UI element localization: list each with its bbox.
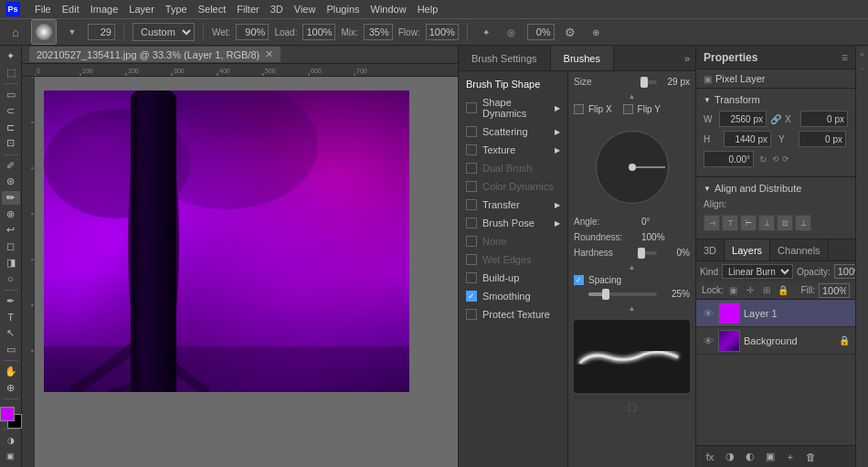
brush-pose-checkbox[interactable] — [466, 218, 477, 228]
menu-window[interactable]: Window — [371, 4, 407, 15]
smoothing-checkbox[interactable]: ✓ — [466, 291, 477, 302]
align-bottom-btn[interactable]: ⊥ — [795, 215, 811, 231]
menu-layer[interactable]: Layer — [129, 4, 154, 15]
menu-edit[interactable]: Edit — [62, 4, 79, 15]
shape-dynamics-item[interactable]: Shape Dynamics ▶ — [459, 93, 567, 122]
hardness-slider-track[interactable] — [641, 251, 657, 255]
spacing-slider-track[interactable] — [588, 292, 657, 296]
type-tool[interactable]: T — [2, 310, 20, 324]
brush-size-icon[interactable]: ▼ — [62, 22, 82, 42]
settings-icon[interactable]: ⚙ — [560, 22, 580, 42]
layer-adjust-btn[interactable]: ◐ — [742, 449, 758, 465]
opacity-input[interactable] — [834, 264, 855, 279]
align-icon[interactable]: ⊕ — [586, 22, 606, 42]
canvas-image-area[interactable]: 33.33% Doc: 10.5M/10.5M ▶ — [35, 77, 458, 467]
brush-tool[interactable]: ✏ — [2, 191, 20, 206]
align-center-h-btn[interactable]: ⊤ — [722, 215, 738, 231]
menu-plugins[interactable]: Plugins — [326, 4, 359, 15]
brush-pose-item[interactable]: Brush Pose ▶ — [459, 214, 567, 232]
menu-3d[interactable]: 3D — [270, 4, 283, 15]
collapse-mid-btn[interactable]: ◦ — [858, 64, 867, 73]
zoom-tool[interactable]: ⊕ — [2, 380, 20, 395]
blend-mode-select[interactable]: Linear Burn — [722, 264, 793, 279]
quick-mask-tool[interactable]: ◑ — [2, 433, 20, 448]
protect-texture-item[interactable]: Protect Texture — [459, 305, 567, 324]
align-right-btn[interactable]: ⊢ — [740, 215, 757, 231]
tab-layers[interactable]: Layers — [725, 239, 770, 260]
menu-select[interactable]: Select — [198, 4, 227, 15]
scattering-checkbox[interactable] — [466, 126, 477, 137]
shape-tool[interactable]: ▭ — [2, 342, 20, 356]
lock-pixel-icon[interactable]: ▣ — [727, 284, 740, 297]
background-visibility[interactable]: 👁 — [702, 334, 715, 347]
x-input[interactable] — [800, 111, 848, 127]
brush-mode-dropdown[interactable]: Custom — [132, 23, 195, 41]
screen-mode-tool[interactable]: ▣ — [2, 449, 20, 463]
clone-tool[interactable]: ⊗ — [2, 207, 20, 221]
layer-fx-btn[interactable]: fx — [702, 449, 718, 465]
path-select-tool[interactable]: ↖ — [2, 326, 20, 341]
tab-channels[interactable]: Channels — [770, 239, 828, 260]
build-up-item[interactable]: Build-up — [459, 269, 567, 287]
flip-y-checkbox[interactable] — [623, 104, 633, 114]
hand-tool[interactable]: ✋ — [2, 365, 20, 379]
wet-edges-checkbox[interactable] — [466, 254, 477, 265]
tool-home-icon[interactable]: ⌂ — [5, 22, 26, 42]
brush-preview-button[interactable] — [31, 19, 57, 45]
layer-item-background[interactable]: 👁 Background 🔒 — [696, 327, 855, 355]
layer1-visibility[interactable]: 👁 — [702, 307, 715, 320]
airbrush-icon[interactable]: ✦ — [476, 22, 496, 42]
canvas-close-icon[interactable]: ✕ — [265, 48, 273, 60]
transform-title[interactable]: ▼ Transform — [704, 94, 848, 105]
menu-image[interactable]: Image — [90, 4, 119, 15]
foreground-color[interactable] — [0, 407, 15, 421]
angle-input[interactable] — [704, 151, 754, 167]
link-icon[interactable]: 🔗 — [770, 114, 781, 124]
collapse-top-btn[interactable]: « — [858, 49, 867, 58]
history-brush-tool[interactable]: ↩ — [2, 223, 20, 238]
brush-size-input[interactable] — [88, 24, 115, 40]
protect-texture-checkbox[interactable] — [466, 309, 477, 320]
lock-artboard-icon[interactable]: ⊞ — [760, 284, 773, 297]
move-tool[interactable]: ✦ — [2, 49, 20, 64]
smoothing-input[interactable] — [527, 24, 555, 40]
canvas-tab-item[interactable]: 20210527_135411.jpg @ 33.3% (Layer 1, RG… — [29, 47, 281, 62]
align-left-btn[interactable]: ⊣ — [704, 215, 720, 231]
width-input[interactable] — [719, 111, 767, 127]
smoothing-icon[interactable]: ◎ — [502, 22, 522, 42]
marquee-tool[interactable]: ▭ — [2, 88, 20, 102]
layer-mask-btn[interactable]: ◑ — [722, 449, 738, 465]
texture-checkbox[interactable] — [466, 144, 477, 155]
dual-brush-checkbox[interactable] — [466, 163, 477, 174]
layer-delete-btn[interactable]: 🗑 — [802, 449, 819, 465]
lock-pos-icon[interactable]: ✛ — [744, 284, 757, 297]
transfer-checkbox[interactable] — [466, 199, 477, 210]
color-swatch-area[interactable] — [0, 407, 22, 425]
lasso-tool[interactable]: ⊂ — [2, 104, 20, 119]
tab-brush-settings[interactable]: Brush Settings — [459, 46, 551, 70]
layer-group-btn[interactable]: ▣ — [762, 449, 778, 465]
transfer-item[interactable]: Transfer ▶ — [459, 196, 567, 214]
layer-add-btn[interactable]: + — [782, 449, 799, 465]
scattering-item[interactable]: Scattering ▶ — [459, 122, 567, 141]
properties-close-icon[interactable]: ≡ — [842, 51, 848, 64]
color-dynamics-checkbox[interactable] — [466, 181, 477, 192]
menu-view[interactable]: View — [294, 4, 316, 15]
artboard-tool[interactable]: ⬚ — [2, 66, 20, 80]
spot-heal-tool[interactable]: ⊛ — [2, 175, 20, 189]
height-input[interactable] — [724, 131, 771, 147]
spacing-checkbox[interactable]: ✓ — [574, 275, 584, 285]
menu-filter[interactable]: Filter — [237, 4, 259, 15]
menu-help[interactable]: Help — [418, 4, 439, 15]
size-slider-track[interactable] — [641, 80, 657, 84]
brush-tip-shape-item[interactable]: Brush Tip Shape — [459, 75, 567, 93]
shape-dynamics-checkbox[interactable] — [466, 102, 477, 113]
load-input[interactable] — [302, 24, 335, 40]
eyedropper-tool[interactable]: ✐ — [2, 158, 20, 173]
y-input[interactable] — [799, 131, 846, 147]
layer-item-layer1[interactable]: 👁 Layer 1 — [696, 300, 855, 327]
none-checkbox[interactable] — [466, 236, 477, 247]
gradient-tool[interactable]: ◨ — [2, 255, 20, 270]
menu-file[interactable]: File — [35, 4, 51, 15]
align-top-btn[interactable]: ⊥ — [758, 215, 775, 231]
